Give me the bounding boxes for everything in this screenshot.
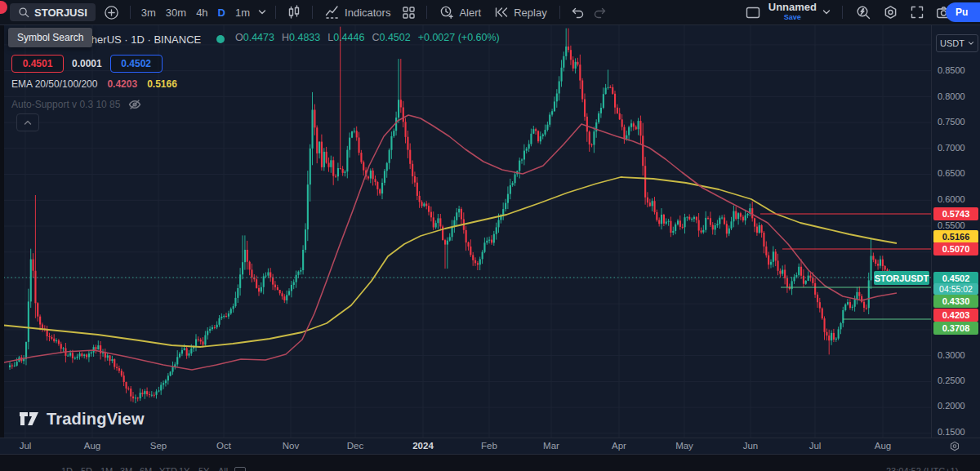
symbol-title[interactable]: etherUS · 1D · BINANCE	[82, 32, 201, 47]
indicators-button[interactable]: Indicators	[318, 2, 397, 22]
layout-templates-button[interactable]	[397, 2, 421, 22]
price-tick: 0.5500	[938, 220, 965, 230]
ohlc-item: L0.4446	[327, 32, 364, 43]
range-All[interactable]: All	[218, 466, 228, 471]
alert-button[interactable]: Alert	[433, 2, 488, 22]
layout-name: Unnamed	[768, 2, 817, 12]
layout-select-button[interactable]	[741, 2, 765, 22]
grid-icon	[402, 6, 416, 20]
symbol-search-text: STORJUSI	[34, 7, 87, 19]
ema-fast-value: 0.4203	[107, 78, 137, 90]
toolbar-separator	[426, 6, 427, 19]
price-tag-0.4203: 0.4203	[933, 309, 978, 322]
range-1D[interactable]: 1D	[61, 466, 73, 471]
settings-button[interactable]	[879, 2, 902, 22]
toolbar-separator	[312, 6, 313, 19]
price-tick: 0.8500	[938, 65, 965, 75]
price-tick: 0.2500	[938, 375, 965, 385]
symbol-price-tag: STORJUSDT	[874, 271, 929, 285]
range-YTD[interactable]: YTD	[159, 466, 177, 471]
go-to-date-icon[interactable]	[234, 467, 246, 471]
currency-label: USDT	[940, 38, 964, 48]
add-symbol-button[interactable]	[99, 2, 124, 22]
spread-value: 0.0001	[72, 58, 102, 69]
currency-select-button[interactable]: USDT	[936, 34, 978, 52]
redo-button[interactable]	[589, 2, 612, 22]
range-5D[interactable]: 5D	[81, 466, 92, 471]
time-tick-Mar: Mar	[543, 441, 559, 451]
chevron-down-icon	[822, 9, 831, 16]
publish-label: Pu	[956, 7, 968, 18]
indicators-label: Indicators	[345, 7, 390, 19]
time-tick-2024: 2024	[412, 441, 434, 451]
price-tick: 0.1500	[938, 427, 965, 437]
range-3M[interactable]: 3M	[120, 466, 132, 471]
layout-icon	[745, 6, 761, 20]
alert-label: Alert	[459, 7, 481, 19]
undo-button[interactable]	[566, 2, 589, 22]
sell-button[interactable]: 0.4501	[11, 55, 64, 73]
change-value: +0.0027 (+0.60%)	[418, 32, 500, 43]
timeframe-3m[interactable]: 3m	[136, 7, 161, 19]
ema-legend-row[interactable]: EMA 20/50/100/200 0.4203 0.5166	[11, 78, 177, 90]
toolbar-right-group: Unnamed Save	[741, 2, 980, 22]
timeframe-1m[interactable]: 1m	[230, 7, 255, 19]
eye-off-icon[interactable]	[128, 98, 141, 111]
price-tag-0.5070: 0.5070	[933, 242, 978, 255]
timeframe-group: 3m30m4hD1m	[136, 7, 255, 19]
auto-support-row[interactable]: Auto-Support v 0.3 10 85	[11, 98, 141, 111]
tradingview-logo-mark	[18, 409, 40, 429]
timeframe-30m[interactable]: 30m	[161, 7, 191, 19]
time-axis[interactable]: JulAugSepOctNovDec2024FebMarAprMayJunJul…	[0, 438, 980, 454]
range-1M[interactable]: 1M	[100, 466, 113, 471]
publish-button[interactable]: Pu	[946, 2, 980, 22]
chart-pane[interactable]: STORJUSDT etherUS · 1D · BINANCE O0.4473…	[0, 25, 980, 438]
time-tick-May: May	[675, 441, 693, 451]
layout-name-button[interactable]: Unnamed Save	[768, 2, 817, 22]
ohlc-item: H0.4833	[282, 32, 320, 43]
toolbar-separator	[275, 6, 276, 19]
price-tag-0.5166: 0.5166	[933, 230, 978, 243]
ohlc-item: O0.4473	[235, 32, 274, 43]
timeframe-menu-button[interactable]	[255, 2, 270, 22]
layout-menu-button[interactable]	[820, 2, 833, 22]
ema-20-line	[0, 115, 897, 370]
price-tick: 0.2000	[938, 401, 965, 411]
fullscreen-button[interactable]	[906, 2, 929, 22]
price-tick: 0.7000	[938, 143, 965, 153]
symbol-search-tooltip: Symbol Search	[8, 28, 92, 47]
market-status-icon[interactable]	[216, 35, 225, 43]
range-6M[interactable]: 6M	[140, 466, 152, 471]
left-edge	[0, 25, 4, 438]
lightning-search-icon	[856, 5, 871, 20]
chart-style-button[interactable]	[282, 2, 306, 22]
toolbar-separator	[842, 6, 843, 19]
top-toolbar: STORJUSI 3m30m4hD1m Indicators Alert Re	[0, 0, 980, 25]
range-5Y[interactable]: 5Y	[198, 466, 209, 471]
timeframe-D[interactable]: D	[213, 7, 230, 19]
axis-settings-icon[interactable]	[949, 441, 960, 452]
time-tick-Jul: Jul	[809, 441, 822, 451]
redo-icon	[593, 6, 608, 19]
replay-button[interactable]: Replay	[488, 2, 553, 22]
tradingview-logo[interactable]: TradingView	[18, 409, 145, 429]
price-axis[interactable]: USDT 0.85000.80000.75000.70000.65000.600…	[931, 25, 980, 438]
time-tick-Jul: Jul	[20, 441, 32, 451]
buy-button[interactable]: 0.4502	[110, 55, 163, 73]
replay-icon	[494, 6, 509, 19]
tradingview-app: STORJUSI 3m30m4hD1m Indicators Alert Re	[0, 0, 980, 471]
timeframe-4h[interactable]: 4h	[191, 7, 212, 19]
range-1Y[interactable]: 1Y	[179, 466, 189, 471]
quick-search-button[interactable]	[852, 2, 875, 22]
replay-label: Replay	[514, 7, 546, 19]
time-tick-Dec: Dec	[347, 441, 363, 451]
symbol-search-button[interactable]: STORJUSI	[10, 3, 96, 21]
notification-dot	[0, 1, 7, 14]
legend-collapse-button[interactable]	[16, 113, 39, 131]
price-tick: 0.6500	[938, 168, 965, 178]
ohlc-item: C0.4502	[372, 32, 410, 43]
candlestick-icon	[287, 5, 301, 20]
time-tick-Oct: Oct	[216, 441, 231, 451]
ema-label: EMA 20/50/100/200	[11, 78, 97, 90]
clock-label[interactable]: 23:04:52 (UTC+1)	[886, 466, 958, 471]
